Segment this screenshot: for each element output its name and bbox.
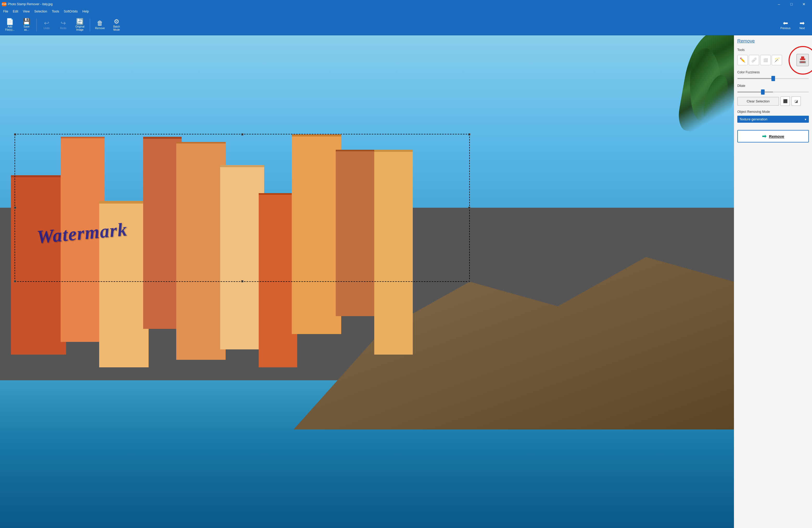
menu-selection[interactable]: Selection xyxy=(32,9,49,14)
selection-controls-row: Clear Selection ⬛ ◪ xyxy=(737,96,809,106)
batch-mode-label: Batch Mode xyxy=(113,25,120,31)
building-1 xyxy=(11,175,66,354)
stamp-icon xyxy=(798,56,807,64)
clear-selection-button[interactable]: Clear Selection xyxy=(737,97,779,106)
toolbar: 📄 Add File(s)... 💾 Save as... ↩ Undo ↪ R… xyxy=(0,15,812,35)
rect-select-icon: ⬜ xyxy=(763,58,768,62)
undo-label: Undo xyxy=(43,27,50,30)
color-fuzziness-slider[interactable] xyxy=(737,78,809,79)
window-controls[interactable]: – □ ✕ xyxy=(773,0,810,8)
save-as-label: Save as... xyxy=(24,25,30,31)
stamp-tool-container xyxy=(796,54,809,66)
maximize-button[interactable]: □ xyxy=(785,0,797,8)
undo-button[interactable]: ↩ Undo xyxy=(39,16,54,34)
clear-selection-label: Clear Selection xyxy=(747,99,770,103)
add-files-label: Add File(s)... xyxy=(5,25,15,31)
building-5 xyxy=(176,142,226,360)
dilate-label: Dilate xyxy=(737,84,809,88)
batch-icon: ⚙ xyxy=(114,18,119,25)
menu-view[interactable]: View xyxy=(21,9,32,14)
redo-label: Redo xyxy=(60,27,67,30)
stamp-tool-button[interactable] xyxy=(796,54,809,66)
toolbar-sep-1 xyxy=(37,18,37,31)
close-button[interactable]: ✕ xyxy=(798,0,810,8)
panel-title: Remove xyxy=(737,39,809,44)
original-image-button[interactable]: 🔄 Original Image xyxy=(72,16,88,34)
brush-tool-button[interactable]: ✏️ xyxy=(737,55,748,65)
eraser-tool-button[interactable]: 🩹 xyxy=(749,55,759,65)
previous-icon: ⬅ xyxy=(783,20,788,26)
remove-button[interactable]: ➡ Remove xyxy=(737,130,809,142)
menu-tools[interactable]: Tools xyxy=(50,9,61,14)
undo-icon: ↩ xyxy=(44,20,49,26)
remove-icon: 🗑 xyxy=(97,20,103,26)
menu-file[interactable]: File xyxy=(1,9,10,14)
menu-softorbits[interactable]: SoftOrbits xyxy=(62,9,79,14)
svg-rect-0 xyxy=(801,57,804,59)
next-icon: ➡ xyxy=(799,20,805,26)
invert-selection-button[interactable]: ◪ xyxy=(792,96,801,106)
menu-edit[interactable]: Edit xyxy=(11,9,20,14)
building-10 xyxy=(374,150,413,354)
rect-select-button[interactable]: ⬜ xyxy=(760,55,771,65)
building-6 xyxy=(220,165,264,349)
select-all-icon: ⬛ xyxy=(783,99,787,103)
canvas-area[interactable]: Watermark xyxy=(0,35,734,528)
tools-label: Tools xyxy=(737,48,809,52)
remove-arrow-icon: ➡ xyxy=(762,133,767,139)
svg-rect-1 xyxy=(800,59,805,60)
dilate-slider[interactable] xyxy=(737,91,809,93)
color-fuzziness-label: Color Fuzziness xyxy=(737,71,809,74)
object-removing-mode-label: Object Removing Mode xyxy=(737,110,809,114)
remove-label: Remove xyxy=(95,27,105,30)
redo-icon: ↪ xyxy=(61,20,66,26)
brush-icon: ✏️ xyxy=(740,57,745,63)
batch-mode-button[interactable]: ⚙ Batch Mode xyxy=(109,16,125,34)
menu-bar: File Edit View Selection Tools SoftOrbit… xyxy=(0,8,812,15)
main-area: Watermark Remove Tools ✏️ 🩹 xyxy=(0,35,812,528)
app-icon: PSR xyxy=(2,2,6,6)
building-8 xyxy=(292,134,341,334)
eraser-icon: 🩹 xyxy=(751,57,757,63)
original-image-label: Original Image xyxy=(75,25,84,31)
mode-dropdown-wrapper: Texture generation Inpainting Solid colo… xyxy=(737,116,809,123)
previous-button[interactable]: ⬅ Previous xyxy=(778,16,793,34)
next-button[interactable]: ➡ Next xyxy=(794,16,810,34)
right-panel: Remove Tools ✏️ 🩹 ⬜ 🪄 xyxy=(734,35,812,528)
save-as-button[interactable]: 💾 Save as... xyxy=(19,16,34,34)
remove-button-label: Remove xyxy=(769,134,784,139)
building-9 xyxy=(336,150,380,316)
object-removing-mode-select[interactable]: Texture generation Inpainting Solid colo… xyxy=(737,116,809,123)
remove-toolbar-button[interactable]: 🗑 Remove xyxy=(92,16,108,34)
invert-selection-icon: ◪ xyxy=(795,99,798,103)
previous-label: Previous xyxy=(781,27,791,30)
title-bar-left: PSR Photo Stamp Remover - italy.jpg xyxy=(2,2,53,6)
color-fuzziness-row: Color Fuzziness xyxy=(737,70,809,80)
add-files-icon: 📄 xyxy=(6,18,14,25)
menu-help[interactable]: Help xyxy=(81,9,91,14)
tools-row: ✏️ 🩹 ⬜ 🪄 xyxy=(737,54,809,66)
dilate-row: Dilate xyxy=(737,83,809,93)
save-icon: 💾 xyxy=(23,18,30,25)
add-files-button[interactable]: 📄 Add File(s)... xyxy=(2,16,18,34)
minimize-button[interactable]: – xyxy=(773,0,785,8)
toolbar-sep-2 xyxy=(90,18,90,31)
spacer xyxy=(737,126,809,130)
window-title: Photo Stamp Remover - italy.jpg xyxy=(8,2,53,6)
magic-wand-button[interactable]: 🪄 xyxy=(772,55,782,65)
redo-button[interactable]: ↪ Redo xyxy=(55,16,71,34)
next-label: Next xyxy=(799,27,805,30)
original-image-icon: 🔄 xyxy=(76,18,84,25)
building-7 xyxy=(259,193,297,367)
svg-rect-3 xyxy=(800,62,805,63)
select-all-button[interactable]: ⬛ xyxy=(781,96,790,106)
buildings-area xyxy=(0,124,550,380)
magic-wand-icon: 🪄 xyxy=(774,57,780,63)
building-4 xyxy=(143,137,182,329)
title-bar: PSR Photo Stamp Remover - italy.jpg – □ … xyxy=(0,0,812,8)
